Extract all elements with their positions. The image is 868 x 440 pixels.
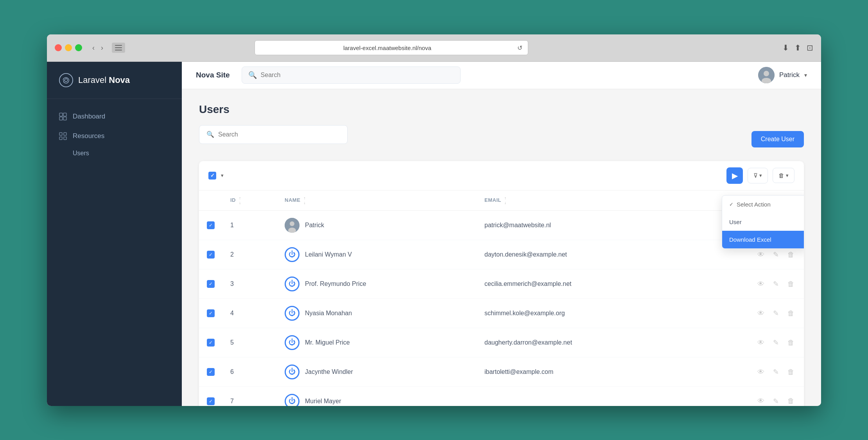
nav-buttons: ‹ ›	[90, 42, 106, 54]
download-icon[interactable]: ⬇	[782, 43, 789, 52]
row-3-edit-button[interactable]: ✎	[771, 278, 780, 290]
table-body: 1 Patrick	[199, 210, 804, 406]
maximize-button[interactable]	[75, 44, 82, 51]
create-user-button[interactable]: Create User	[751, 131, 804, 147]
action-item-download-excel[interactable]: Download Excel	[722, 231, 804, 248]
app-layout: Laravel Nova Dashboard	[47, 62, 821, 406]
delete-button[interactable]: 🗑 ▾	[773, 168, 794, 183]
row-5-delete-button[interactable]: 🗑	[786, 337, 796, 348]
action-item-download-excel-label: Download Excel	[729, 236, 771, 243]
row-6-view-button[interactable]: 👁	[756, 366, 766, 378]
row-5-checkbox[interactable]	[207, 339, 215, 347]
nav-search-input[interactable]	[261, 72, 454, 79]
row-4-view-button[interactable]: 👁	[756, 308, 766, 319]
back-button[interactable]: ‹	[90, 42, 97, 54]
row-1-checkbox[interactable]	[207, 221, 215, 229]
row-6-delete-button[interactable]: 🗑	[786, 366, 796, 378]
action-dropdown: Select Action User Download Excel	[722, 195, 804, 249]
user-name: Patrick	[779, 71, 800, 79]
svg-rect-9	[59, 133, 62, 135]
row-6-edit-button[interactable]: ✎	[771, 366, 780, 378]
minimize-button[interactable]	[65, 44, 72, 51]
user-1-avatar-image	[285, 218, 299, 233]
user-menu[interactable]: Patrick ▾	[758, 67, 807, 83]
row-3-checkbox[interactable]	[207, 280, 215, 288]
row-4-checkbox[interactable]	[207, 309, 215, 317]
row-3-id: 3	[222, 269, 277, 299]
forward-button[interactable]: ›	[99, 42, 106, 54]
refresh-button[interactable]: ↺	[517, 44, 522, 52]
svg-rect-11	[59, 137, 62, 140]
sidebar-toggle-button[interactable]	[112, 43, 125, 53]
row-2-id: 2	[222, 240, 277, 269]
id-column-header[interactable]: ID	[222, 190, 277, 211]
action-item-select-action[interactable]: Select Action	[722, 196, 804, 213]
row-4-delete-button[interactable]: 🗑	[786, 308, 796, 319]
svg-rect-0	[115, 45, 122, 46]
table-row: 3 ⏻ Prof. Reymundo Price cecilia.emmeric…	[199, 269, 804, 299]
sidebar-nav: Dashboard Resources Users	[47, 99, 182, 169]
row-2-delete-button[interactable]: 🗑	[786, 249, 796, 260]
user-2-avatar: ⏻	[285, 247, 299, 262]
chrome-actions: ⬇ ⬆ ⊡	[782, 43, 813, 52]
filter-button[interactable]: ⊽ ▾	[748, 168, 768, 183]
row-7-edit-button[interactable]: ✎	[771, 395, 780, 406]
user-6-avatar: ⏻	[285, 365, 299, 379]
table-row: 6 ⏻ Jacynthe Windler ibartoletti@example…	[199, 357, 804, 387]
sidebar-toggle-icon	[115, 45, 122, 50]
user-menu-chevron-icon: ▾	[804, 72, 807, 78]
row-3-avatar-name: ⏻ Prof. Reymundo Price	[277, 269, 477, 299]
main-content: Nova Site 🔍 Patrick ▾	[182, 62, 821, 406]
email-column-header[interactable]: EMAIL	[477, 190, 689, 211]
row-5-view-button[interactable]: 👁	[756, 337, 766, 348]
svg-rect-5	[59, 113, 63, 116]
sidebar-item-users[interactable]: Users	[47, 146, 182, 161]
row-7-delete-button[interactable]: 🗑	[786, 395, 796, 406]
svg-rect-2	[115, 50, 122, 50]
row-7-view-button[interactable]: 👁	[756, 395, 766, 406]
svg-rect-6	[63, 113, 66, 116]
row-3-delete-button[interactable]: 🗑	[786, 278, 796, 290]
row-7-email	[477, 387, 689, 406]
resource-search[interactable]: 🔍	[199, 125, 348, 144]
row-2-edit-button[interactable]: ✎	[771, 249, 780, 260]
row-2-checkbox[interactable]	[207, 251, 215, 259]
row-7-checkbox[interactable]	[207, 397, 215, 405]
sidebar-item-dashboard[interactable]: Dashboard	[47, 107, 182, 126]
browser-chrome: ‹ › laravel-excel.maatwebsite.nl/nova ↺ …	[47, 34, 821, 62]
name-column-header[interactable]: NAME	[277, 190, 477, 211]
table-toolbar: ▾ Select Action User	[199, 161, 804, 190]
user-avatar	[758, 67, 775, 83]
more-options-icon[interactable]: ⊡	[807, 43, 813, 52]
svg-point-14	[764, 71, 769, 76]
url-bar[interactable]: laravel-excel.maatwebsite.nl/nova ↺	[255, 40, 528, 55]
sidebar-item-resources[interactable]: Resources	[47, 126, 182, 146]
laravel-nova-logo-icon	[59, 73, 74, 88]
browser-window: ‹ › laravel-excel.maatwebsite.nl/nova ↺ …	[47, 34, 821, 406]
share-icon[interactable]: ⬆	[794, 43, 801, 52]
row-4-edit-button[interactable]: ✎	[771, 307, 780, 319]
user-4-avatar: ⏻	[285, 306, 299, 321]
row-2-view-button[interactable]: 👁	[756, 249, 766, 260]
row-5-edit-button[interactable]: ✎	[771, 337, 780, 348]
svg-point-3	[59, 73, 73, 86]
select-all-checkbox[interactable]	[208, 172, 216, 180]
run-action-icon: ▶	[732, 171, 738, 180]
top-navbar: Nova Site 🔍 Patrick ▾	[182, 62, 821, 89]
row-2-name: Leilani Wyman V	[305, 251, 352, 258]
row-7-actions: 👁 ✎ 🗑	[697, 395, 796, 406]
row-6-checkbox[interactable]	[207, 368, 215, 376]
row-3-view-button[interactable]: 👁	[756, 278, 766, 290]
action-item-user[interactable]: User	[722, 213, 804, 231]
select-all-dropdown-icon[interactable]: ▾	[221, 172, 224, 178]
svg-rect-12	[64, 137, 66, 140]
site-name: Nova Site	[196, 71, 230, 79]
resource-search-input[interactable]	[218, 131, 340, 138]
search-create-row: 🔍 Create User	[199, 125, 804, 153]
row-5-actions: 👁 ✎ 🗑	[697, 337, 796, 348]
row-4-email: schimmel.kole@example.org	[477, 299, 689, 328]
run-action-button[interactable]: ▶	[726, 167, 743, 184]
nav-search[interactable]: 🔍	[242, 66, 461, 84]
table-row: 1 Patrick	[199, 210, 804, 240]
close-button[interactable]	[55, 44, 62, 51]
